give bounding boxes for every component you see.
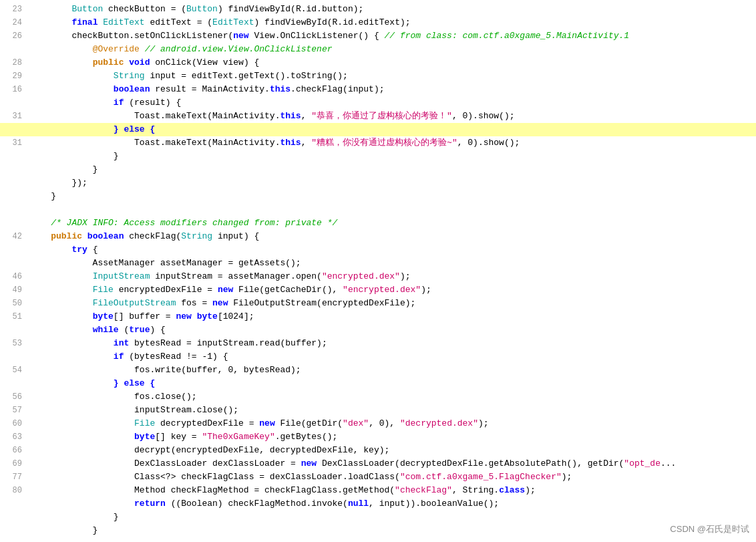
- line-content: int bytesRead = inputStream.read(buffer)…: [30, 337, 756, 350]
- code-line: /* JADX INFO: Access modifiers changed f…: [0, 217, 756, 230]
- token: [] buffer =: [114, 311, 176, 321]
- code-line: 49 File encryptedDexFile = new File(getC…: [0, 283, 756, 297]
- line-content: if (bytesRead != -1) {: [30, 350, 756, 364]
- code-line: 28 public void onClick(View view) {: [0, 56, 756, 70]
- code-line: 54 fos.write(buffer, 0, bytesRead);: [0, 364, 756, 377]
- line-content: InputStream inputStream = assetManager.o…: [30, 270, 756, 283]
- token: /* JADX INFO: Access modifiers changed f…: [51, 218, 337, 228]
- line-content: File encryptedDexFile = new File(getCach…: [30, 283, 756, 297]
- line-content: @Override // android.view.View.OnClickLi…: [30, 43, 756, 56]
- token: new: [233, 31, 248, 41]
- token: , 0).show();: [457, 138, 520, 148]
- token: [30, 338, 114, 348]
- line-content: decrypt(encryptedDexFile, decryptedDexFi…: [30, 444, 756, 457]
- token: [30, 285, 93, 295]
- token: [30, 245, 71, 255]
- code-line: } else {: [0, 377, 756, 390]
- token: onClick(View view) {: [150, 57, 259, 67]
- token: [30, 57, 93, 67]
- token: FileOutputStream: [93, 298, 176, 308]
- token: );: [478, 418, 489, 428]
- line-content: }: [30, 524, 756, 537]
- token: } else {: [114, 378, 155, 388]
- token: "opt_de: [624, 458, 660, 468]
- token: // android.view.View.OnClickListener: [145, 44, 333, 54]
- token: , input)).booleanValue();: [369, 499, 499, 509]
- line-number: 31: [0, 136, 30, 150]
- token: [30, 71, 114, 81]
- code-line: }: [0, 190, 756, 203]
- line-content: return ((Boolean) checkFlagMethod.invoke…: [30, 497, 756, 511]
- line-content: boolean result = MainActivity.this.check…: [30, 83, 756, 96]
- token: decryptedDexFile =: [155, 418, 259, 428]
- token: input) {: [212, 231, 259, 241]
- token: editText = (: [145, 17, 212, 27]
- line-number: 28: [0, 56, 30, 70]
- token: [30, 418, 134, 428]
- line-content: }: [30, 511, 756, 524]
- token: byte: [93, 311, 114, 321]
- token: "恭喜，你通过了虚构核心的考验！": [311, 111, 452, 121]
- line-content: AssetManager assetManager = getAssets();: [30, 257, 756, 270]
- token: File: [134, 418, 155, 428]
- token: "The0xGameKey": [202, 432, 274, 442]
- code-line: 23 Button checkButton = (Button) findVie…: [0, 3, 756, 16]
- token: [30, 44, 93, 54]
- token: );: [525, 485, 536, 495]
- token: File: [93, 285, 114, 295]
- code-line: 29 String input = editText.getText().toS…: [0, 70, 756, 83]
- token: // from class: com.ctf.a0xgame_5.MainAct…: [385, 31, 630, 41]
- code-line: 56 fos.close();: [0, 390, 756, 404]
- token: checkButton.setOnClickListener(: [30, 31, 233, 41]
- token: fos.close();: [30, 392, 197, 402]
- line-content: FileOutputStream fos = new FileOutputStr…: [30, 297, 756, 310]
- code-line: }: [0, 524, 756, 537]
- line-number: 26: [0, 29, 30, 43]
- token: Class<?> checkFlagClass = dexClassLoader…: [30, 472, 400, 482]
- token: );: [562, 472, 572, 482]
- code-container: 23 Button checkButton = (Button) findVie…: [0, 0, 756, 542]
- line-number: 29: [0, 70, 30, 83]
- code-line: [0, 203, 756, 217]
- token: new: [259, 418, 274, 428]
- line-content: checkButton.setOnClickListener(new View.…: [30, 29, 756, 43]
- token: checkButton = (: [103, 4, 186, 14]
- line-number: 49: [0, 283, 30, 297]
- token: ) findViewById(R.id.button);: [218, 4, 363, 14]
- line-content: final EditText editText = (EditText) fin…: [30, 16, 756, 29]
- token: .getBytes();: [275, 432, 338, 442]
- line-number: 77: [0, 470, 30, 484]
- token: [82, 231, 87, 241]
- token: [30, 231, 51, 241]
- token: boolean: [114, 84, 150, 94]
- code-line: }: [0, 150, 756, 163]
- token: inputStream.close();: [30, 405, 238, 415]
- token: ,: [301, 138, 312, 148]
- token: ) {: [150, 325, 165, 335]
- token: FileOutputStream(encryptedDexFile);: [228, 298, 415, 308]
- line-content: } else {: [30, 377, 756, 390]
- token: [30, 378, 114, 388]
- line-content: if (result) {: [30, 96, 756, 110]
- code-line: 31 Toast.makeText(MainActivity.this, "糟糕…: [0, 136, 756, 150]
- line-number: 24: [0, 16, 30, 29]
- line-content: public void onClick(View view) {: [30, 56, 756, 70]
- token: return: [134, 499, 166, 509]
- line-number: 31: [0, 110, 30, 123]
- token: [30, 4, 71, 14]
- line-content: Toast.makeText(MainActivity.this, "恭喜，你通…: [30, 110, 756, 123]
- token: (bytesRead != -1) {: [124, 352, 228, 362]
- token: [1024];: [218, 311, 254, 321]
- token: input = editText.getText().toString();: [145, 71, 348, 81]
- token: decrypt(encryptedDexFile, decryptedDexFi…: [30, 445, 389, 455]
- line-number: 42: [0, 230, 30, 243]
- token: } else {: [114, 124, 155, 134]
- token: , 0),: [369, 418, 400, 428]
- token: }: [30, 512, 119, 522]
- code-line: 26 checkButton.setOnClickListener(new Vi…: [0, 29, 756, 43]
- token: "com.ctf.a0xgame_5.FlagChecker": [400, 472, 562, 482]
- line-content: fos.close();: [30, 390, 756, 404]
- line-content: fos.write(buffer, 0, bytesRead);: [30, 364, 756, 377]
- token: class: [499, 485, 525, 495]
- line-content: public boolean checkFlag(String input) {: [30, 230, 756, 243]
